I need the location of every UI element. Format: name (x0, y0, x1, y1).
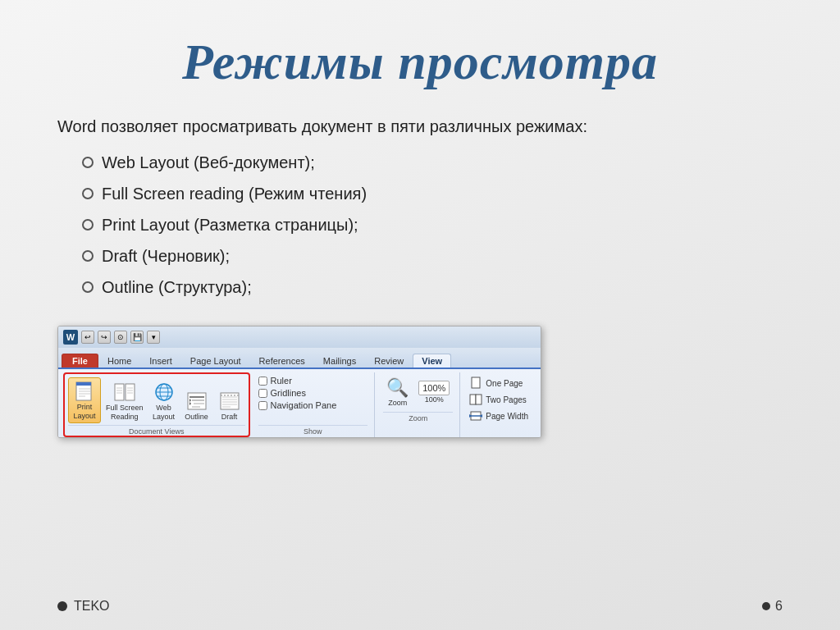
slide: Режимы просмотра Word позволяет просматр… (0, 0, 840, 630)
ribbon-titlebar: W ↩ ↪ ⊙ 💾 ▾ (58, 326, 541, 348)
quick-access-btn[interactable]: ↩ (81, 331, 94, 344)
zoom-100-label: 100% (425, 395, 444, 404)
web-layout-label: WebLayout (153, 404, 175, 422)
svg-rect-34 (470, 395, 476, 404)
show-group: Ruler Gridlines Navigation Pane Show (252, 372, 376, 437)
outline-icon (185, 390, 209, 413)
ruler-label: Ruler (271, 376, 292, 386)
navigation-pane-label: Navigation Pane (271, 400, 337, 410)
web-layout-icon (152, 381, 176, 404)
footer-company: ТEKO (57, 599, 110, 614)
tab-view[interactable]: View (413, 354, 451, 368)
tab-review[interactable]: Review (365, 354, 413, 368)
ribbon-screenshot: W ↩ ↪ ⊙ 💾 ▾ File Home Insert Page Layout… (57, 326, 541, 438)
zoom-100-button[interactable]: 100% 100% (415, 379, 453, 405)
pages-group: One Page Two Pages (462, 372, 536, 437)
web-layout-button[interactable]: WebLayout (148, 379, 180, 423)
print-layout-icon (72, 380, 97, 403)
intro-text: Word позволяет просматривать документ в … (57, 114, 783, 139)
word-icon: W (63, 330, 78, 345)
list-item: Full Screen reading (Режим чтения) (82, 178, 783, 209)
ruler-item: Ruler (258, 376, 368, 386)
page-width-label: Page Width (486, 412, 528, 421)
two-pages-icon (469, 393, 482, 406)
tab-insert[interactable]: Insert (140, 354, 181, 368)
tab-mailings[interactable]: Mailings (314, 354, 365, 368)
zoom-group: 🔍 Zoom 100% 100% Zoom (377, 372, 460, 437)
navigation-pane-checkbox[interactable] (258, 401, 267, 410)
quick-access-btn4[interactable]: 💾 (130, 331, 144, 344)
svg-rect-6 (115, 384, 124, 400)
outline-button[interactable]: Outline (181, 388, 212, 423)
draft-button[interactable]: Draft (214, 388, 245, 423)
zoom-group-label: Zoom (383, 412, 453, 422)
bullet-icon (82, 157, 94, 168)
one-page-icon (469, 377, 482, 390)
tab-home[interactable]: Home (98, 354, 140, 368)
list-item: Web Layout (Веб-документ); (82, 147, 783, 178)
ribbon-body: PrintLayout (58, 368, 541, 437)
zoom-buttons-row: 🔍 Zoom 100% 100% (383, 376, 453, 409)
outline-label: Outline (185, 413, 208, 422)
footer-page-number: 6 (762, 599, 783, 614)
svg-rect-35 (476, 395, 482, 404)
ruler-checkbox[interactable] (258, 377, 267, 386)
list-item: Outline (Структура); (82, 272, 783, 303)
slide-footer: ТEKO 6 (57, 599, 783, 614)
bullet-icon (82, 250, 94, 262)
tab-file[interactable]: File (62, 354, 98, 368)
bullet-icon (82, 219, 94, 231)
zoom-icon: 🔍 (386, 377, 409, 399)
bullet-icon (82, 188, 94, 199)
gridlines-checkbox[interactable] (258, 389, 267, 398)
ribbon-tabs-bar: File Home Insert Page Layout References … (58, 348, 541, 368)
slide-title: Режимы просмотра (57, 33, 783, 91)
tab-references[interactable]: References (250, 354, 314, 368)
full-screen-reading-label: Full ScreenReading (106, 404, 144, 422)
quick-access-btn3[interactable]: ⊙ (114, 331, 127, 344)
footer-dot-icon (57, 601, 67, 611)
quick-access-btn2[interactable]: ↪ (98, 331, 111, 344)
svg-rect-33 (472, 377, 480, 388)
tab-page-layout[interactable]: Page Layout (181, 354, 250, 368)
draft-label: Draft (221, 413, 238, 422)
gridlines-label: Gridlines (271, 388, 306, 398)
zoom-button[interactable]: 🔍 Zoom (383, 376, 412, 409)
bullet-icon (82, 281, 94, 293)
svg-rect-1 (76, 382, 91, 386)
print-layout-button[interactable]: PrintLayout (68, 377, 101, 423)
page-width-button[interactable]: Page Width (467, 409, 531, 423)
print-layout-label: PrintLayout (73, 403, 95, 421)
page-width-icon (469, 409, 482, 422)
one-page-button[interactable]: One Page (467, 376, 531, 390)
gridlines-item: Gridlines (258, 388, 368, 398)
show-group-label: Show (258, 425, 368, 436)
one-page-label: One Page (486, 379, 523, 388)
full-screen-reading-icon (112, 381, 137, 404)
draft-icon (217, 390, 242, 413)
zoom-label: Zoom (388, 399, 407, 407)
two-pages-label: Two Pages (486, 395, 526, 404)
navigation-pane-item: Navigation Pane (258, 400, 368, 410)
zoom-percent-icon: 100% (418, 381, 450, 395)
svg-rect-7 (126, 384, 135, 400)
document-views-label: Document Views (68, 425, 245, 436)
quick-access-btn5[interactable]: ▾ (147, 331, 160, 344)
footer-page-dot-icon (762, 602, 770, 610)
list-item: Print Layout (Разметка страницы); (82, 209, 783, 240)
full-screen-reading-button[interactable]: Full ScreenReading (103, 379, 147, 423)
list-item: Draft (Черновик); (82, 240, 783, 272)
bullet-list: Web Layout (Веб-документ); Full Screen r… (82, 147, 783, 303)
two-pages-button[interactable]: Two Pages (467, 392, 531, 407)
document-views-group: PrintLayout (63, 372, 250, 437)
